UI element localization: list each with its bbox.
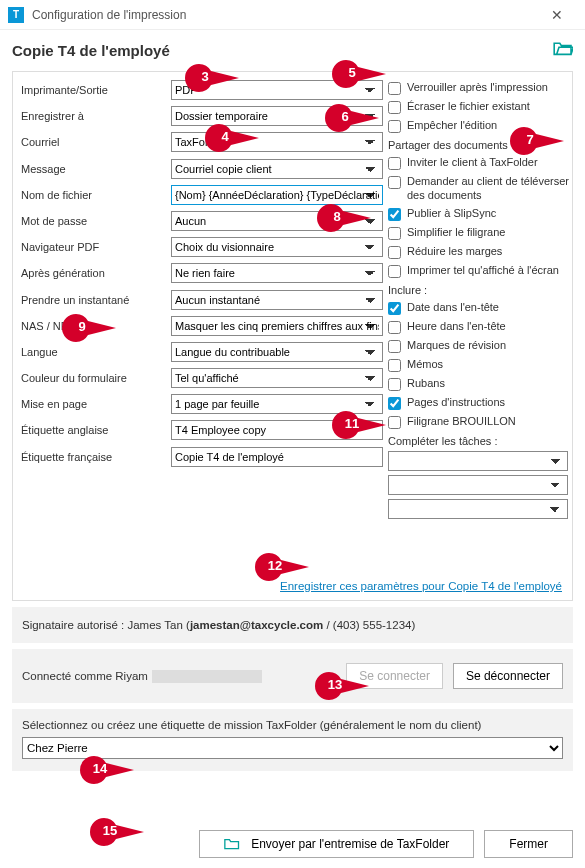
label-filename: Nom de fichier <box>21 189 171 201</box>
page-header: Copie T4 de l'employé <box>0 30 585 67</box>
label-sin-bn: NAS / NE <box>21 320 171 332</box>
sin-bn-select[interactable]: Masquer les cinq premiers chiffres aux f… <box>171 316 383 336</box>
layout-select[interactable]: 1 page par feuille <box>171 394 383 414</box>
ask-upload-checkbox[interactable] <box>388 176 401 189</box>
label-email: Courriel <box>21 136 171 148</box>
password-select[interactable]: Aucun <box>171 211 383 231</box>
label-message: Message <box>21 163 171 175</box>
label-password: Mot de passe <box>21 215 171 227</box>
ask-upload-label: Demander au client de téléverser des doc… <box>407 174 573 202</box>
label-en: Étiquette anglaise <box>21 424 171 436</box>
simplify-wm-label: Simplifier le filigrane <box>407 225 505 239</box>
print-as-shown-label: Imprimer tel qu'affiché à l'écran <box>407 263 559 277</box>
message-select[interactable]: Courriel copie client <box>171 159 383 179</box>
connection-panel: Connecté comme Riyam Se connecter Se déc… <box>12 649 573 703</box>
memos-label: Mémos <box>407 357 443 371</box>
draft-wm-label: Filigrane BROUILLON <box>407 414 516 428</box>
login-button[interactable]: Se connecter <box>346 663 443 689</box>
invite-client-checkbox[interactable] <box>388 157 401 170</box>
title-bar: T Configuration de l'impression ✕ <box>0 0 585 30</box>
memos-checkbox[interactable] <box>388 359 401 372</box>
logout-button[interactable]: Se déconnecter <box>453 663 563 689</box>
window-title: Configuration de l'impression <box>32 8 537 22</box>
signer-prefix: Signataire autorisé : James Tan ( <box>22 619 190 631</box>
signer-suffix: / (403) 555-1234) <box>323 619 415 631</box>
send-button-label: Envoyer par l'entremise de TaxFolder <box>251 837 449 851</box>
label-en-input[interactable] <box>171 420 383 440</box>
draft-wm-checkbox[interactable] <box>388 416 401 429</box>
label-after-gen: Après génération <box>21 267 171 279</box>
app-icon: T <box>8 7 24 23</box>
rev-marks-label: Marques de révision <box>407 338 506 352</box>
simplify-wm-checkbox[interactable] <box>388 227 401 240</box>
email-select[interactable]: TaxFolder <box>171 132 383 152</box>
snapshot-select[interactable]: Aucun instantané <box>171 290 383 310</box>
include-heading: Inclure : <box>388 284 573 296</box>
pdf-viewer-select[interactable]: Choix du visionnaire <box>171 237 383 257</box>
publish-slipsync-checkbox[interactable] <box>388 208 401 221</box>
complete-tasks-heading: Compléter les tâches : <box>388 435 573 447</box>
close-window-button[interactable]: ✕ <box>537 1 577 29</box>
date-header-label: Date dans l'en-tête <box>407 300 499 314</box>
publish-slipsync-label: Publier à SlipSync <box>407 206 496 220</box>
overwrite-label: Écraser le fichier existant <box>407 99 530 113</box>
time-header-checkbox[interactable] <box>388 321 401 334</box>
folder-send-icon <box>224 837 243 851</box>
instr-pages-label: Pages d'instructions <box>407 395 505 409</box>
label-pdf-viewer: Navigateur PDF <box>21 241 171 253</box>
send-taxfolder-button[interactable]: Envoyer par l'entremise de TaxFolder <box>199 830 475 858</box>
instr-pages-checkbox[interactable] <box>388 397 401 410</box>
label-language: Langue <box>21 346 171 358</box>
filename-select[interactable]: {Nom} {AnnéeDéclaration} {TypeDéclaratio… <box>171 185 383 205</box>
task-select-3[interactable] <box>388 499 568 519</box>
print-as-shown-checkbox[interactable] <box>388 265 401 278</box>
connected-as-label: Connecté comme Riyam <box>22 670 148 682</box>
label-snapshot: Prendre un instantané <box>21 294 171 306</box>
share-docs-heading: Partager des documents <box>388 139 573 151</box>
label-fr: Étiquette française <box>21 451 171 463</box>
prevent-edit-label: Empêcher l'édition <box>407 118 497 132</box>
page-title: Copie T4 de l'employé <box>12 42 553 59</box>
lock-after-checkbox[interactable] <box>388 82 401 95</box>
folder-open-icon[interactable] <box>553 40 573 61</box>
date-header-checkbox[interactable] <box>388 302 401 315</box>
task-select-2[interactable] <box>388 475 568 495</box>
lock-after-label: Verrouiller après l'impression <box>407 80 548 94</box>
reduce-margins-checkbox[interactable] <box>388 246 401 259</box>
time-header-label: Heure dans l'en-tête <box>407 319 506 333</box>
print-settings-panel: Imprimante/SortiePDF Enregistrer àDossie… <box>12 71 573 601</box>
language-select[interactable]: Langue du contribuable <box>171 342 383 362</box>
ribbons-label: Rubans <box>407 376 445 390</box>
reduce-margins-label: Réduire les marges <box>407 244 502 258</box>
rev-marks-checkbox[interactable] <box>388 340 401 353</box>
engagement-prompt: Sélectionnez ou créez une étiquette de m… <box>22 719 563 731</box>
signer-email: jamestan@taxcycle.com <box>190 619 323 631</box>
label-save-to: Enregistrer à <box>21 110 171 122</box>
prevent-edit-checkbox[interactable] <box>388 120 401 133</box>
task-select-1[interactable] <box>388 451 568 471</box>
authorized-signer-panel: Signataire autorisé : James Tan (jamesta… <box>12 607 573 643</box>
overwrite-checkbox[interactable] <box>388 101 401 114</box>
label-printer: Imprimante/Sortie <box>21 84 171 96</box>
save-settings-link[interactable]: Enregistrer ces paramètres pour Copie T4… <box>280 580 562 592</box>
connected-name-mask <box>152 670 262 683</box>
engagement-select[interactable]: Chez Pierre <box>22 737 563 759</box>
label-form-color: Couleur du formulaire <box>21 372 171 384</box>
engagement-panel: Sélectionnez ou créez une étiquette de m… <box>12 709 573 771</box>
close-button[interactable]: Fermer <box>484 830 573 858</box>
form-color-select[interactable]: Tel qu'affiché <box>171 368 383 388</box>
label-fr-input[interactable] <box>171 447 383 467</box>
printer-select[interactable]: PDF <box>171 80 383 100</box>
ribbons-checkbox[interactable] <box>388 378 401 391</box>
after-gen-select[interactable]: Ne rien faire <box>171 263 383 283</box>
save-to-select[interactable]: Dossier temporaire <box>171 106 383 126</box>
dialog-footer: Envoyer par l'entremise de TaxFolder Fer… <box>12 830 573 858</box>
label-layout: Mise en page <box>21 398 171 410</box>
invite-client-label: Inviter le client à TaxFolder <box>407 155 538 169</box>
